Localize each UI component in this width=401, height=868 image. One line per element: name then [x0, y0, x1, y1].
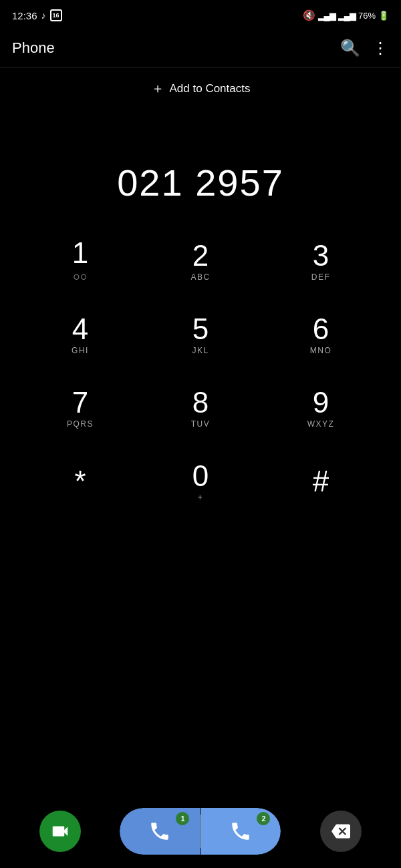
dial-key-2[interactable]: 2 ABC	[140, 224, 261, 298]
backspace-icon	[331, 822, 350, 841]
status-left: 12:36 ♪ 16	[12, 9, 62, 21]
dial-key-0[interactable]: 0 +	[140, 445, 261, 518]
bottom-action-bar: 1 2	[0, 795, 401, 868]
dial-num-1: 1	[72, 238, 88, 268]
dial-letters-0: +	[198, 493, 204, 502]
dial-num-5: 5	[192, 314, 209, 344]
voicemail-icon: ○○	[73, 270, 88, 284]
call-line2-button[interactable]: 2	[200, 808, 281, 855]
battery-icon: 🔋	[378, 11, 389, 21]
dial-num-9: 9	[313, 388, 329, 417]
call-line2-badge: 2	[257, 812, 270, 825]
call-line1-button[interactable]: 1	[120, 808, 200, 855]
dial-letters-9: WXYZ	[307, 419, 335, 429]
dial-key-star[interactable]: *	[20, 445, 140, 518]
dialed-number: 021 2957	[117, 161, 284, 204]
dial-letters-5: JKL	[192, 346, 209, 355]
dial-key-9[interactable]: 9 WXYZ	[261, 371, 381, 445]
dial-letters-2: ABC	[190, 272, 210, 282]
dial-num-3: 3	[313, 241, 329, 270]
video-icon	[50, 821, 70, 841]
call-split-button: 1 2	[120, 808, 281, 855]
dial-key-hash[interactable]: #	[261, 445, 381, 518]
dial-letters-7: PQRS	[67, 419, 94, 429]
call-line1-badge: 1	[176, 812, 189, 825]
dial-letters-3: DEF	[311, 272, 331, 282]
dial-key-6[interactable]: 6 MNO	[261, 298, 381, 371]
music-icon: ♪	[41, 10, 46, 21]
dial-key-7[interactable]: 7 PQRS	[20, 371, 140, 445]
status-bar: 12:36 ♪ 16 🔇 ▂▄▆ ▂▄▆ 76% 🔋	[0, 0, 401, 29]
dial-letters-6: MNO	[310, 346, 332, 355]
phone-icon-2	[229, 820, 252, 843]
dial-letters-8: TUV	[191, 419, 211, 429]
more-options-icon[interactable]: ⋮	[372, 39, 389, 57]
signal-icon: ▂▄▆	[318, 11, 336, 21]
add-to-contacts-bar[interactable]: ＋ Add to Contacts	[0, 67, 401, 104]
mute-icon: 🔇	[303, 9, 315, 21]
dial-num-8: 8	[192, 388, 209, 417]
dial-num-2: 2	[192, 241, 209, 270]
dialpad: 1 ○○ 2 ABC 3 DEF 4 GHI 5 JKL 6 MNO 7 PQR…	[0, 224, 401, 518]
dial-key-8[interactable]: 8 TUV	[140, 371, 261, 445]
search-icon[interactable]: 🔍	[340, 39, 360, 57]
notification-icon: 16	[50, 9, 62, 21]
status-right: 🔇 ▂▄▆ ▂▄▆ 76% 🔋	[303, 9, 389, 21]
app-title: Phone	[12, 39, 55, 57]
dial-key-1[interactable]: 1 ○○	[20, 224, 140, 298]
phone-icon-1	[148, 820, 171, 843]
add-contacts-label: Add to Contacts	[170, 82, 251, 95]
backspace-button[interactable]	[320, 811, 362, 852]
dial-num-6: 6	[313, 314, 329, 344]
dial-num-0: 0	[192, 461, 209, 491]
signal2-icon: ▂▄▆	[338, 11, 356, 21]
app-header: Phone 🔍 ⋮	[0, 29, 401, 67]
dial-num-4: 4	[72, 314, 88, 344]
dial-key-5[interactable]: 5 JKL	[140, 298, 261, 371]
dial-letters-4: GHI	[72, 346, 89, 355]
status-time: 12:36	[12, 10, 37, 21]
dial-num-hash: #	[313, 467, 329, 496]
header-actions: 🔍 ⋮	[340, 39, 389, 57]
number-display-area: 021 2957	[0, 104, 401, 224]
video-call-button[interactable]	[39, 811, 81, 852]
dial-key-4[interactable]: 4 GHI	[20, 298, 140, 371]
battery-text: 76%	[358, 11, 376, 21]
dial-key-3[interactable]: 3 DEF	[261, 224, 381, 298]
dial-num-7: 7	[72, 388, 88, 417]
dial-num-star: *	[74, 467, 86, 496]
add-contacts-plus-icon: ＋	[151, 79, 164, 97]
